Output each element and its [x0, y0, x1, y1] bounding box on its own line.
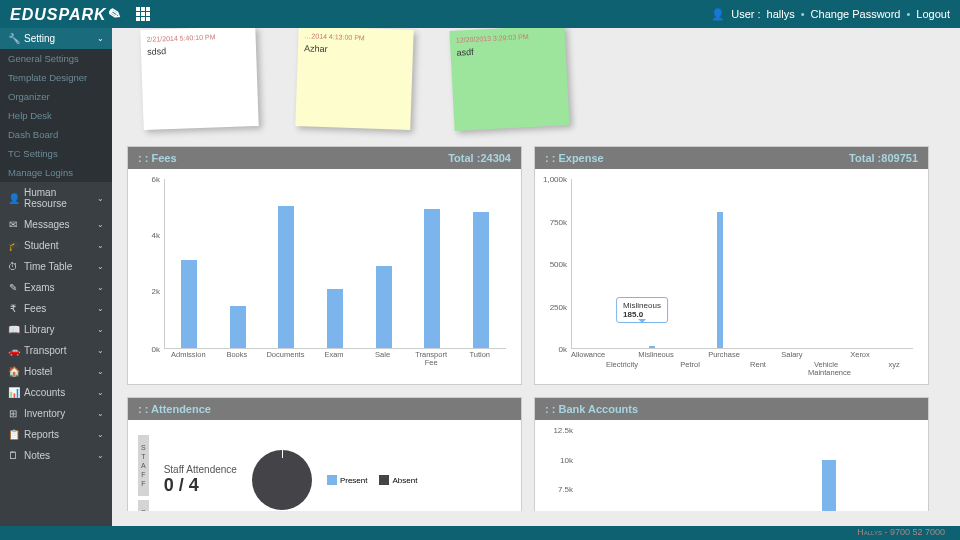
expense-total: Total :809751	[849, 152, 918, 164]
chevron-down-icon: ⌄	[97, 34, 104, 43]
sidebar-sub-general[interactable]: General Settings	[0, 49, 112, 68]
sticky-notes-row: 2/21/2014 5:40:10 PMsdsd …2014 4:13:00 P…	[127, 28, 945, 138]
sidebar-item-messages[interactable]: ✉Messages⌄	[0, 214, 112, 235]
book-icon: 📖	[8, 324, 18, 335]
sidebar-item-hostel[interactable]: 🏠Hostel⌄	[0, 361, 112, 382]
brand-logo: EDUSPARK✎	[10, 5, 121, 24]
chart-icon: 📊	[8, 387, 18, 398]
sidebar-item-exams[interactable]: ✎Exams⌄	[0, 277, 112, 298]
person-icon: 👤	[8, 193, 18, 204]
sidebar-submenu-setting: General Settings Template Designer Organ…	[0, 49, 112, 182]
logout-link[interactable]: Logout	[916, 8, 950, 20]
sidebar-item-hr[interactable]: 👤Human Resourse⌄	[0, 182, 112, 214]
sidebar-item-student[interactable]: 🎓Student⌄	[0, 235, 112, 256]
note-icon: 🗒	[8, 450, 18, 461]
expense-tooltip: Mislineous 185.0	[616, 297, 668, 323]
bank-chart: 12.5k 10k 7.5k 5k	[545, 430, 918, 511]
topbar: EDUSPARK✎ 👤 User : hallys • Change Passw…	[0, 0, 960, 28]
sidebar-sub-dashboard[interactable]: Dash Board	[0, 125, 112, 144]
expense-panel: : : ExpenseTotal :809751 1,000k 750k 500…	[534, 146, 929, 385]
expense-bar	[649, 346, 655, 348]
sidebar-sub-template[interactable]: Template Designer	[0, 68, 112, 87]
fees-bar	[181, 260, 197, 348]
content-area: 2/21/2014 5:40:10 PMsdsd …2014 4:13:00 P…	[112, 28, 960, 526]
fees-chart: 6k 4k 2k 0k AdmissionBooksDocumentsExamS…	[138, 179, 511, 374]
clipboard-icon: 📋	[8, 429, 18, 440]
sidebar-item-setting[interactable]: 🔧 Setting ⌄	[0, 28, 112, 49]
home-icon: 🏠	[8, 366, 18, 377]
fees-bar	[376, 266, 392, 348]
fees-bar	[327, 289, 343, 349]
change-password-link[interactable]: Change Password	[811, 8, 901, 20]
wrench-icon: 🔧	[8, 33, 18, 44]
sticky-note[interactable]: 12/20/2013 3:29:03 PMasdf	[449, 28, 569, 131]
staff-attendance-count: 0 / 4	[164, 475, 237, 496]
car-icon: 🚗	[8, 345, 18, 356]
fees-bar	[230, 306, 246, 349]
expense-title: : : Expense	[545, 152, 604, 164]
sticky-note[interactable]: …2014 4:13:00 PMAzhar	[295, 28, 413, 130]
sidebar-item-accounts[interactable]: 📊Accounts⌄	[0, 382, 112, 403]
sidebar-sub-organizer[interactable]: Organizer	[0, 87, 112, 106]
staff-attendance-label: Staff Attendence	[164, 464, 237, 475]
sticky-note[interactable]: 2/21/2014 5:40:10 PMsdsd	[140, 28, 258, 130]
fees-total: Total :24304	[448, 152, 511, 164]
sidebar-item-timetable[interactable]: ⏱Time Table⌄	[0, 256, 112, 277]
footer: Hallys - 9700 52 7000	[0, 526, 960, 540]
fees-bar	[424, 209, 440, 348]
user-icon: 👤	[711, 8, 725, 21]
attendance-panel: : : Attendence S T A F F S Staff Attende…	[127, 397, 522, 511]
sidebar: 🔧 Setting ⌄ General Settings Template De…	[0, 28, 112, 526]
sidebar-item-library[interactable]: 📖Library⌄	[0, 319, 112, 340]
pencil-icon: ✎	[8, 282, 18, 293]
fees-bar	[473, 212, 489, 348]
grid-icon[interactable]	[136, 7, 150, 21]
sidebar-sub-logins[interactable]: Manage Logins	[0, 163, 112, 182]
sidebar-item-fees[interactable]: ₹Fees⌄	[0, 298, 112, 319]
sidebar-sub-helpdesk[interactable]: Help Desk	[0, 106, 112, 125]
topbar-right: 👤 User : hallys • Change Password • Logo…	[711, 8, 950, 21]
user-label: User :	[731, 8, 760, 20]
attendance-legend: Present Absent	[327, 475, 417, 485]
staff-tab[interactable]: S T A F F	[138, 435, 149, 496]
box-icon: ⊞	[8, 408, 18, 419]
fees-title: : : Fees	[138, 152, 177, 164]
clock-icon: ⏱	[8, 261, 18, 272]
rupee-icon: ₹	[8, 303, 18, 314]
expense-bar	[717, 212, 723, 348]
envelope-icon: ✉	[8, 219, 18, 230]
fees-panel: : : FeesTotal :24304 6k 4k 2k 0k Admissi…	[127, 146, 522, 385]
s-tab[interactable]: S	[138, 500, 149, 511]
attendance-title: : : Attendence	[138, 403, 211, 415]
fees-bar	[278, 206, 294, 348]
sidebar-item-reports[interactable]: 📋Reports⌄	[0, 424, 112, 445]
expense-chart: 1,000k 750k 500k 250k 0k Mislineous 185.…	[545, 179, 918, 374]
bank-panel: : : Bank Accounts 12.5k 10k 7.5k 5k	[534, 397, 929, 511]
sidebar-sub-tc[interactable]: TC Settings	[0, 144, 112, 163]
sidebar-item-transport[interactable]: 🚗Transport⌄	[0, 340, 112, 361]
student-icon: 🎓	[8, 240, 18, 251]
username: hallys	[767, 8, 795, 20]
sidebar-item-inventory[interactable]: ⊞Inventory⌄	[0, 403, 112, 424]
bank-title: : : Bank Accounts	[545, 403, 638, 415]
attendance-pie	[252, 450, 312, 510]
sidebar-item-notes[interactable]: 🗒Notes⌄	[0, 445, 112, 466]
